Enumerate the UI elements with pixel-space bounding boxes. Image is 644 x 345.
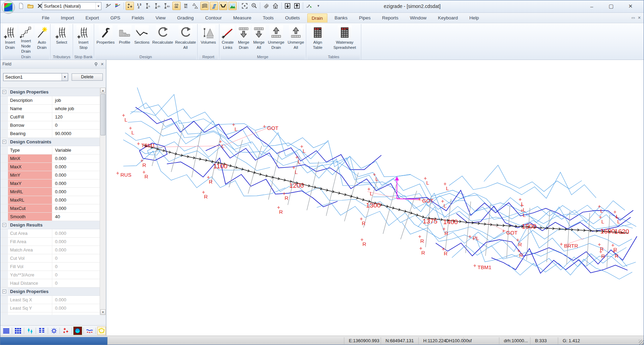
create-links-button[interactable]: CreateLinks [220,24,236,54]
property-row-cut-vol[interactable]: Cut Vol0 [0,254,100,263]
close-window-icon[interactable]: ✕ [638,16,641,20]
collapse-icon[interactable]: − [0,221,8,229]
ball-toggle-icon[interactable] [73,327,82,335]
menu-item-measure[interactable]: Measure [229,14,256,23]
delete-button[interactable]: Delete [72,73,103,81]
zoom-window-icon[interactable] [250,2,258,10]
section-header-design-constraints[interactable]: −Design Constraints [0,138,100,146]
new-document-icon[interactable] [17,2,25,10]
property-value[interactable]: 0.000 [52,229,100,237]
property-row-miny[interactable]: MinY0.000 [0,171,100,179]
property-value[interactable]: 0 [52,279,100,287]
restore-window-icon[interactable]: ▭ [631,16,635,20]
menu-item-import[interactable]: Import [57,14,78,23]
property-row-haul-distance[interactable]: Haul Distance0 [0,279,100,288]
add-points-icon[interactable] [61,327,70,335]
property-row-maxx[interactable]: MaxX0.000 [0,163,100,171]
merge-all-button[interactable]: MergeAll [252,24,266,54]
property-value[interactable]: 0.000 [52,238,100,246]
zoom-extents-icon[interactable] [241,2,249,10]
property-value[interactable]: 0 [52,254,100,262]
property-row-yds-3-acre[interactable]: Yds**3/Acre0 [0,271,100,279]
unmerge-all-button[interactable]: UnmergeAll [286,24,306,54]
app-logo-icon[interactable] [2,1,15,14]
align-table-button[interactable]: AlignTable [307,24,329,54]
property-row-maxcut[interactable]: MaxCut0.000 [0,204,100,213]
menu-item-fields[interactable]: Fields [128,14,148,23]
property-value[interactable]: job [52,96,100,104]
property-row-match-area[interactable]: Match Area0.000 [0,246,100,254]
waterway-spreadsheet-button[interactable]: WaterwaySpreadsheet [329,24,361,54]
cross-section-line[interactable] [171,125,184,172]
property-grid-scrollbar[interactable]: ▲ ▼ [100,88,106,315]
grid-view-icon[interactable] [13,327,22,335]
delta-height-icon[interactable]: dh [154,2,162,10]
cross-section-line[interactable] [607,215,610,268]
scrollbar-thumb[interactable] [100,94,106,135]
recalculate-all-button[interactable]: RecalculateAll [174,24,197,54]
cross-section-line[interactable] [383,185,396,234]
property-value[interactable]: 0.000 [52,179,100,187]
property-value[interactable]: 0.000 [52,154,100,162]
property-row-maxrl[interactable]: MaxRL0.000 [0,196,100,204]
contours-icon[interactable] [200,2,209,10]
recalculate-button[interactable]: Recalculate [151,24,174,54]
insert-stop-button[interactable]: InsertStop [73,24,93,54]
property-value[interactable]: 40 [52,213,100,221]
property-row-minx[interactable]: MinX0.000 [0,154,100,163]
cyan-points-icon[interactable] [26,327,34,335]
property-row-smooth[interactable]: Smooth40 [0,213,100,221]
menu-item-banks[interactable]: Banks [330,14,352,23]
unmerge-drain-button[interactable]: UnmergeDrain [266,24,286,54]
map-canvas[interactable]: LLLLLLLLLLLLLLLLLLLRRRRRRRRRRRRRRRRRR110… [107,60,644,336]
cross-section-line[interactable] [248,146,262,194]
menu-item-view[interactable]: View [152,14,170,23]
polygon-select-icon[interactable] [97,327,106,335]
section-header-design-properties[interactable]: −Design Properties [0,288,100,296]
property-row-cut-fill[interactable]: Cut/Fill120 [0,113,100,121]
property-value[interactable]: 0.000 [52,163,100,171]
property-row-bearing[interactable]: Bearing90.0000 [0,130,100,138]
property-row-type[interactable]: TypeVariable [0,146,100,154]
insert-drain-button[interactable]: InsertDrain [2,24,18,54]
property-value[interactable]: 0.000 [52,196,100,204]
property-row-minx[interactable]: MinX0 [0,312,100,315]
chevron-down-icon[interactable]: ▼ [96,2,101,10]
menu-item-grading[interactable]: Grading [173,14,198,23]
gear-icon[interactable] [49,327,58,335]
menu-item-gps[interactable]: GPS [106,14,125,23]
abs-height-icon[interactable]: Ah [163,2,171,10]
volumes-button[interactable]: Volumes [198,24,219,54]
property-value[interactable]: 0.000 [52,188,100,196]
pin-icon[interactable] [94,62,98,66]
menu-item-outlets[interactable]: Outlets [281,14,304,23]
property-value[interactable]: 0 [52,263,100,271]
property-value[interactable]: 0.000 [52,246,100,254]
maximize-button[interactable]: ▢ [601,0,621,12]
property-value[interactable]: 0.000 [52,204,100,212]
home-view-icon[interactable] [271,2,280,10]
insert-node-drain-button[interactable]: InsertNodeDrain [18,24,34,54]
property-row-minrl[interactable]: MinRL0.000 [0,188,100,196]
menu-item-export[interactable]: Export [81,14,103,23]
menu-item-reports[interactable]: Reports [378,14,402,23]
sections-button[interactable]: Sections [133,24,151,54]
property-row-name[interactable]: Namewhole job [0,105,100,113]
scroll-up-icon[interactable]: ▲ [100,88,106,93]
property-row-description[interactable]: Descriptionjob [0,96,100,105]
section-combo[interactable]: Section1 ▼ [3,73,68,81]
surface-combo[interactable]: Surface1 (Natural) ▼ [42,2,101,10]
menu-item-pipes[interactable]: Pipes [355,14,375,23]
colored-profile-icon[interactable] [114,2,122,10]
chevron-down-icon[interactable]: ▼ [62,73,68,81]
merge-drain-button[interactable]: MergeDrain [236,24,252,54]
description-label-icon[interactable]: DESC [182,2,190,10]
open-folder-icon[interactable] [26,2,35,10]
select-button[interactable]: Select [51,24,72,54]
resize-grip[interactable] [639,340,644,345]
property-value[interactable]: 90.0000 [52,130,100,138]
property-value[interactable]: 0.000 [52,304,100,312]
collapse-icon[interactable]: − [0,288,8,295]
property-value[interactable]: 120 [52,113,100,121]
menu-item-file[interactable]: File [38,14,54,23]
